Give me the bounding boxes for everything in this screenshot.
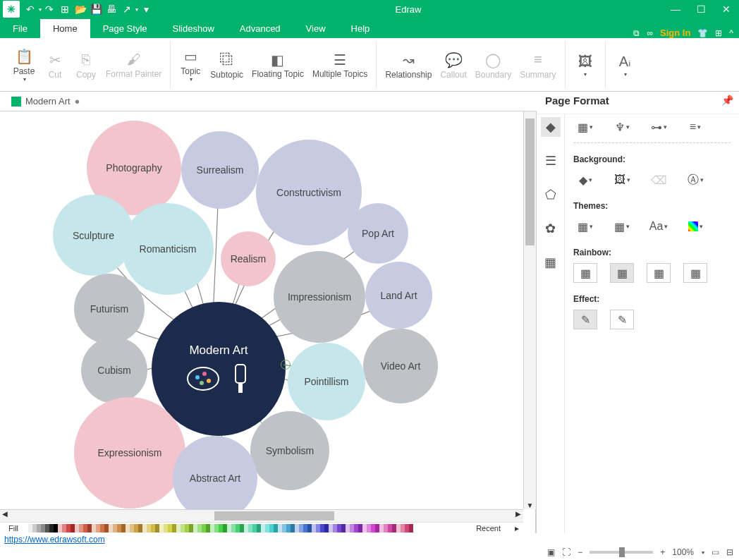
subtopic-button[interactable]: ⿻Subtopic	[206, 49, 248, 81]
modified-indicator: ●	[75, 96, 80, 106]
tab-page-style[interactable]: Page Style	[90, 19, 160, 38]
undo-button[interactable]: ↶	[23, 1, 38, 17]
collapse-ribbon-icon[interactable]: ^	[729, 28, 733, 38]
doc-icon	[11, 97, 21, 106]
bubble-landart[interactable]: Land Art	[365, 262, 432, 329]
print-button[interactable]: 🖶	[104, 1, 119, 17]
new-button[interactable]: ⊞	[57, 1, 73, 17]
callout-button[interactable]: 💬Callout	[436, 49, 470, 81]
right-panel: Page Format 📌 ◆ ☰ ⬠ ✿ ▦ ▦▾ ♆▾ ⊶▾ ≡▾ Back…	[536, 111, 739, 533]
more-button[interactable]: ▾	[138, 1, 154, 17]
bubble-realism[interactable]: Realism	[221, 231, 276, 286]
color-palette[interactable]: Fill Recent ▸	[0, 522, 523, 533]
theme-color-button[interactable]: ▾	[683, 217, 707, 236]
topic-button[interactable]: ▭Topic▾	[175, 45, 206, 84]
document-tab[interactable]: Modern Art ●	[4, 93, 87, 109]
bubble-expressionism[interactable]: Expressionism	[74, 397, 185, 509]
zoom-out-button[interactable]: −	[578, 547, 582, 557]
palette-more-icon[interactable]: ▸	[515, 523, 519, 533]
layout-grid-button[interactable]: ▦▾	[573, 117, 597, 137]
fit-page-icon[interactable]: ▣	[547, 547, 555, 557]
maximize-button[interactable]: ☐	[688, 0, 714, 18]
zoom-dropdown-icon[interactable]: ▾	[702, 549, 704, 556]
bubble-abstract[interactable]: Abstract Art	[173, 436, 257, 521]
fill-tool-icon[interactable]: ◆	[541, 117, 561, 137]
bubble-popart[interactable]: Pop Art	[348, 203, 408, 264]
panel-body: ▦▾ ♆▾ ⊶▾ ≡▾ Background: ◆▾ 🖼▾ ⌫ Ⓐ▾ Theme…	[565, 111, 739, 533]
rainbow-3-button[interactable]: ▦	[647, 263, 671, 283]
tab-view[interactable]: View	[293, 19, 338, 38]
share-icon[interactable]: ⧉	[633, 28, 640, 38]
apps-icon[interactable]: ⊞	[715, 28, 722, 38]
insert-button[interactable]: 🖼▾	[570, 50, 601, 79]
theme-1-button[interactable]: ▦▾	[573, 217, 597, 236]
bubble-futurism[interactable]: Futurism	[74, 274, 145, 344]
theme-font-button[interactable]: Aa▾	[647, 217, 671, 236]
presentation-icon[interactable]: ▭	[711, 547, 719, 557]
link-icon[interactable]: ∞	[647, 28, 653, 38]
format-painter-button[interactable]: 🖌Format Painter	[102, 49, 166, 80]
bg-watermark-button[interactable]: Ⓐ▾	[683, 170, 707, 190]
bg-remove-button[interactable]: ⌫	[647, 170, 671, 190]
copy-button[interactable]: ⎘Copy	[71, 49, 102, 81]
multiple-topics-button[interactable]: ☰Multiple Topics	[308, 49, 372, 80]
tab-advanced[interactable]: Advanced	[227, 19, 293, 38]
open-button[interactable]: 📂	[73, 1, 88, 17]
bg-image-button[interactable]: 🖼▾	[610, 170, 634, 190]
rainbow-2-button[interactable]: ▦	[610, 263, 634, 283]
paste-button[interactable]: 📋Paste▾	[8, 45, 39, 84]
floating-topic-button[interactable]: ◧Floating Topic	[248, 49, 308, 80]
zoom-in-button[interactable]: +	[660, 547, 665, 557]
sign-in-link[interactable]: Sign In	[660, 28, 690, 38]
horizontal-scrollbar[interactable]: ◀ ▶	[0, 509, 523, 522]
bubble-constructivism[interactable]: Constructivism	[256, 140, 362, 245]
layout-numbered-button[interactable]: ≡▾	[683, 117, 707, 137]
canvas[interactable]: Modern Art Photography Surrealism Constr…	[0, 111, 536, 533]
list-tool-icon[interactable]: ☰	[541, 151, 561, 171]
layout-tree-button[interactable]: ♆▾	[610, 117, 634, 137]
zoom-slider[interactable]	[590, 551, 653, 554]
bubble-impressionism[interactable]: Impressionism	[274, 251, 365, 343]
app-title: Edraw	[154, 4, 663, 15]
style-button[interactable]: Aᵢ▾	[610, 50, 641, 79]
tab-help[interactable]: Help	[338, 19, 383, 38]
minimize-button[interactable]: —	[663, 0, 688, 18]
rainbow-4-button[interactable]: ▦	[683, 263, 707, 283]
vertical-scrollbar[interactable]: ▼	[523, 111, 536, 509]
effect-2-button[interactable]: ✎	[610, 310, 634, 329]
shape-tool-icon[interactable]: ⬠	[541, 185, 561, 205]
boundary-button[interactable]: ◯Boundary	[471, 49, 515, 81]
summary-button[interactable]: ≡Summary	[515, 49, 560, 81]
export-button[interactable]: ↗	[119, 1, 135, 17]
tab-file[interactable]: File	[0, 19, 40, 38]
tab-home[interactable]: Home	[40, 19, 90, 38]
rainbow-1-button[interactable]: ▦	[573, 263, 597, 283]
bubble-cubism[interactable]: Cubism	[81, 337, 147, 403]
tab-slideshow[interactable]: Slideshow	[160, 19, 227, 38]
shirt-icon[interactable]: 👕	[697, 28, 708, 38]
theme-2-button[interactable]: ▦▾	[610, 217, 634, 236]
bubble-videoart[interactable]: Video Art	[363, 329, 438, 403]
fit-width-icon[interactable]: ⛶	[562, 547, 570, 557]
save-button[interactable]: 💾	[88, 1, 104, 17]
bubble-sculpture[interactable]: Sculpture	[53, 195, 134, 276]
bg-fill-button[interactable]: ◆▾	[573, 170, 597, 190]
close-button[interactable]: ✕	[714, 0, 739, 18]
calendar-tool-icon[interactable]: ▦	[541, 252, 561, 272]
layout-org-button[interactable]: ⊶▾	[647, 117, 671, 137]
center-icons	[186, 363, 251, 394]
bubble-pointillism[interactable]: Pointillism	[288, 343, 365, 420]
website-link[interactable]: https://www.edrawsoft.com	[4, 535, 105, 544]
bubble-romanticism[interactable]: Romanticism	[122, 203, 214, 295]
flower-tool-icon[interactable]: ✿	[541, 219, 561, 238]
pin-icon[interactable]: 📌	[721, 95, 733, 106]
effect-1-button[interactable]: ✎	[573, 310, 597, 329]
redo-button[interactable]: ↷	[42, 1, 57, 17]
bubble-symbolism[interactable]: Symbolism	[250, 411, 329, 490]
add-handle[interactable]: +	[281, 360, 291, 370]
bubble-surrealism[interactable]: Surrealism	[181, 131, 259, 209]
footer: https://www.edrawsoft.com ▣ ⛶ − + 100% ▾…	[0, 533, 739, 560]
relationship-button[interactable]: ↝Relationship	[381, 49, 436, 81]
cut-button[interactable]: ✂Cut	[39, 49, 71, 81]
fullscreen-icon[interactable]: ⊟	[726, 547, 733, 557]
